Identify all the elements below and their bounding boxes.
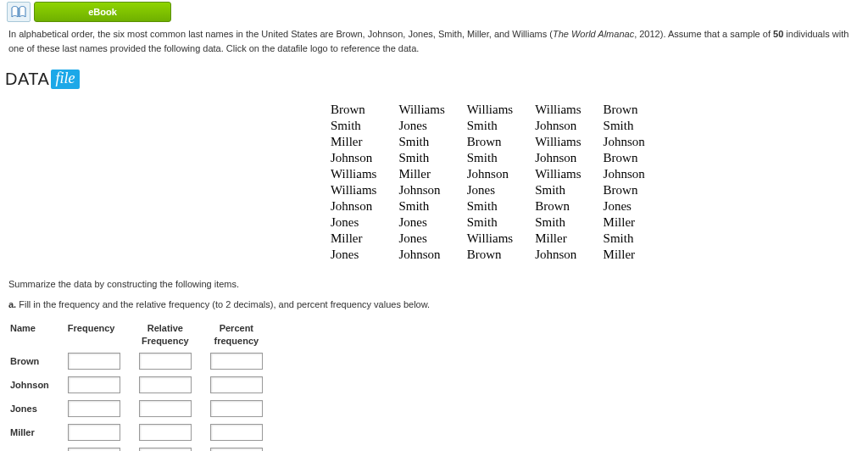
- data-cell: Smith: [535, 215, 603, 231]
- data-cell: Brown: [331, 103, 398, 119]
- data-cell: Johnson: [331, 199, 398, 215]
- data-cell: Jones: [331, 248, 398, 264]
- data-cell: Brown: [604, 103, 667, 119]
- data-cell: Smith: [398, 199, 466, 215]
- ebook-icon-button[interactable]: [7, 2, 31, 22]
- data-cell: Jones: [398, 231, 466, 248]
- data-cell: Williams: [331, 167, 398, 183]
- relative-frequency-input[interactable]: [139, 376, 192, 393]
- row-name: Jones: [10, 398, 66, 420]
- data-cell: Williams: [535, 135, 603, 151]
- row-name: Johnson: [10, 374, 66, 396]
- data-cell: Brown: [604, 151, 667, 167]
- summarize-text: Summarize the data by constructing the f…: [8, 277, 860, 292]
- data-cell: Smith: [467, 151, 535, 167]
- datafile-data-text: DATA: [5, 70, 49, 89]
- data-cell: Johnson: [535, 248, 603, 264]
- table-row: Smith: [10, 445, 280, 451]
- intro-text: In alphabetical order, the six most comm…: [8, 27, 860, 56]
- data-cell: Johnson: [604, 135, 667, 151]
- frequency-input[interactable]: [68, 353, 120, 370]
- data-cell: Smith: [604, 231, 667, 248]
- row-name: Smith: [10, 445, 66, 451]
- open-book-icon: [11, 6, 26, 18]
- relative-frequency-input[interactable]: [139, 448, 192, 451]
- row-name: Miller: [10, 421, 66, 443]
- data-cell: Williams: [331, 183, 398, 199]
- table-row: Brown: [10, 350, 280, 372]
- data-cell: Miller: [331, 231, 398, 248]
- frequency-table: Name Frequency RelativeFrequency Percent…: [8, 319, 281, 451]
- part-a-text: a. Fill in the frequency and the relativ…: [8, 298, 860, 313]
- data-cell: Miller: [604, 215, 667, 231]
- data-cell: Brown: [467, 135, 535, 151]
- frequency-input[interactable]: [68, 448, 120, 451]
- table-row: Jones: [10, 398, 280, 420]
- frequency-input[interactable]: [68, 400, 120, 417]
- data-cell: Jones: [331, 215, 398, 231]
- col-name: Name: [10, 320, 66, 348]
- data-cell: Brown: [535, 199, 603, 215]
- data-cell: Smith: [467, 215, 535, 231]
- data-cell: Williams: [467, 231, 535, 248]
- relative-frequency-input[interactable]: [139, 400, 192, 417]
- row-name: Brown: [10, 350, 66, 372]
- data-cell: Johnson: [398, 248, 466, 264]
- percent-frequency-input[interactable]: [210, 353, 263, 370]
- frequency-input[interactable]: [68, 424, 120, 441]
- sample-data-grid: BrownWilliamsWilliamsWilliamsBrownSmithJ…: [331, 103, 868, 264]
- data-cell: Miller: [331, 135, 398, 151]
- col-frequency: Frequency: [68, 320, 137, 348]
- col-relative: RelativeFrequency: [139, 320, 209, 348]
- percent-frequency-input[interactable]: [210, 376, 263, 393]
- ebook-button[interactable]: eBook: [34, 2, 171, 22]
- data-cell: Williams: [535, 167, 603, 183]
- table-row: Johnson: [10, 374, 280, 396]
- data-cell: Jones: [398, 215, 466, 231]
- data-cell: Williams: [398, 103, 466, 119]
- data-cell: Williams: [467, 103, 535, 119]
- col-percent: Percentfrequency: [210, 320, 280, 348]
- datafile-file-text: file: [51, 70, 80, 89]
- data-cell: Johnson: [535, 151, 603, 167]
- data-cell: Johnson: [331, 151, 398, 167]
- data-cell: Johnson: [604, 167, 667, 183]
- data-cell: Jones: [398, 119, 466, 135]
- data-cell: Smith: [331, 119, 398, 135]
- data-cell: Williams: [535, 103, 603, 119]
- data-cell: Smith: [467, 119, 535, 135]
- percent-frequency-input[interactable]: [210, 424, 263, 441]
- data-cell: Johnson: [398, 183, 466, 199]
- percent-frequency-input[interactable]: [210, 448, 263, 451]
- percent-frequency-input[interactable]: [210, 400, 263, 417]
- data-cell: Brown: [467, 248, 535, 264]
- data-cell: Smith: [467, 199, 535, 215]
- ebook-label: eBook: [88, 7, 117, 17]
- datafile-logo[interactable]: DATA file: [5, 70, 80, 89]
- frequency-input[interactable]: [68, 376, 120, 393]
- data-cell: Miller: [398, 167, 466, 183]
- data-cell: Johnson: [535, 119, 603, 135]
- table-row: Miller: [10, 421, 280, 443]
- data-cell: Miller: [535, 231, 603, 248]
- relative-frequency-input[interactable]: [139, 353, 192, 370]
- data-cell: Jones: [467, 183, 535, 199]
- data-cell: Brown: [604, 183, 667, 199]
- data-cell: Smith: [604, 119, 667, 135]
- data-cell: Smith: [535, 183, 603, 199]
- data-cell: Smith: [398, 135, 466, 151]
- data-cell: Smith: [398, 151, 466, 167]
- relative-frequency-input[interactable]: [139, 424, 192, 441]
- data-cell: Johnson: [467, 167, 535, 183]
- data-cell: Miller: [604, 248, 667, 264]
- data-cell: Jones: [604, 199, 667, 215]
